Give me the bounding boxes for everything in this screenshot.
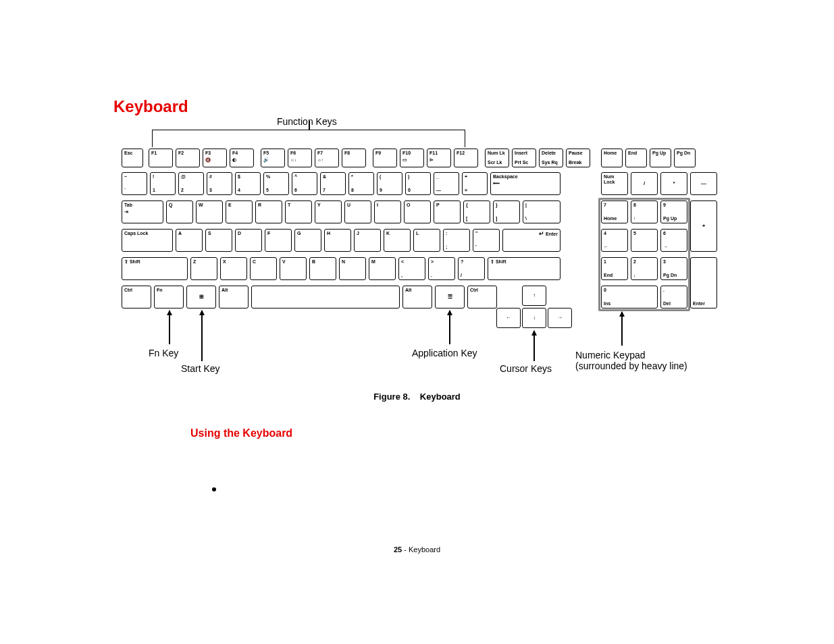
key-arrow-right: → bbox=[548, 308, 572, 328]
key-slash: ?/ bbox=[458, 257, 485, 280]
key-f10: F10▭ bbox=[400, 149, 424, 167]
key-4: $4 bbox=[235, 172, 261, 195]
key-lbracket: {[ bbox=[463, 200, 490, 223]
callout-numeric-keypad: Numeric Keypad (surrounded by heavy line… bbox=[575, 350, 687, 371]
key-t: T bbox=[285, 200, 312, 223]
key-esc: Esc bbox=[122, 149, 143, 167]
figure-caption: Figure 8. Keyboard bbox=[0, 392, 834, 402]
callout-arrow-numpad bbox=[621, 312, 623, 346]
key-y: Y bbox=[315, 200, 342, 223]
callout-arrow-fn bbox=[169, 311, 170, 344]
numpad-numlock: Num Lock bbox=[601, 172, 628, 195]
key-w: W bbox=[196, 200, 223, 223]
numpad-3: 3Pg Dn bbox=[660, 257, 687, 280]
key-quote: "' bbox=[473, 229, 500, 252]
key-z: Z bbox=[190, 257, 217, 280]
key-ctrl-left: Ctrl bbox=[122, 286, 151, 308]
key-g: G bbox=[294, 229, 321, 252]
key-home: Home bbox=[601, 149, 623, 167]
callout-arrow-app bbox=[449, 311, 450, 344]
numpad-1: 1End bbox=[601, 257, 628, 280]
label-function-keys: Function Keys bbox=[277, 116, 337, 127]
key-enter: ↵ Enter bbox=[502, 229, 561, 252]
key-3: #3 bbox=[207, 172, 232, 195]
key-o: O bbox=[404, 200, 431, 223]
key-end: End bbox=[625, 149, 647, 167]
key-equals: += bbox=[462, 172, 488, 195]
key-i: I bbox=[374, 200, 401, 223]
callout-fn-key: Fn Key bbox=[149, 348, 178, 358]
numpad-2: 2↓ bbox=[631, 257, 658, 280]
numpad-add: + bbox=[690, 200, 717, 252]
callout-application-key: Application Key bbox=[412, 348, 477, 358]
key-m: M bbox=[369, 257, 396, 280]
key-r: R bbox=[255, 200, 282, 223]
key-f7: F7☼↑ bbox=[315, 149, 339, 167]
key-pgdn: Pg Dn bbox=[674, 149, 696, 167]
key-windows: ⊞ bbox=[186, 286, 216, 308]
key-9: (9 bbox=[377, 172, 402, 195]
numpad-8: 8↑ bbox=[631, 200, 658, 223]
key-numlk-scrlk: Num LkScr Lk bbox=[485, 149, 509, 167]
key-f9: F9 bbox=[373, 149, 397, 167]
key-arrow-down: ↓ bbox=[522, 308, 546, 328]
key-f: F bbox=[265, 229, 292, 252]
key-p: P bbox=[434, 200, 461, 223]
numpad-6: 6→ bbox=[660, 229, 687, 252]
key-v: V bbox=[280, 257, 307, 280]
key-shift-left: ⇧ Shift bbox=[122, 257, 188, 280]
key-j: J bbox=[354, 229, 381, 252]
key-alt-right: Alt bbox=[402, 286, 432, 308]
key-f6: F6☼↓ bbox=[288, 149, 312, 167]
callout-cursor-keys: Cursor Keys bbox=[500, 363, 552, 374]
key-ctrl-right: Ctrl bbox=[467, 286, 497, 308]
key-0: )0 bbox=[405, 172, 431, 195]
key-f2: F2 bbox=[176, 149, 200, 167]
key-q: Q bbox=[166, 200, 193, 223]
numpad-4: 4← bbox=[601, 229, 628, 252]
menu-icon: ☰ bbox=[448, 294, 452, 300]
numpad-enter: Enter bbox=[690, 257, 717, 308]
key-insert-prtsc: InsertPrt Sc bbox=[512, 149, 536, 167]
windows-icon: ⊞ bbox=[199, 294, 204, 300]
page-title: Keyboard bbox=[113, 97, 188, 116]
page: Keyboard Function Keys Esc F1 F2 F3🔇 F4◐… bbox=[0, 0, 834, 644]
key-d: D bbox=[235, 229, 262, 252]
key-7: &7 bbox=[320, 172, 346, 195]
key-a: A bbox=[176, 229, 203, 252]
key-f3: F3🔇 bbox=[203, 149, 227, 167]
key-h: H bbox=[324, 229, 351, 252]
callout-arrow-start bbox=[201, 311, 203, 361]
key-grave: ~` bbox=[122, 172, 147, 195]
numpad-subtract: — bbox=[690, 172, 717, 195]
key-1: !1 bbox=[150, 172, 176, 195]
key-backslash: |\ bbox=[523, 200, 561, 223]
numpad-7: 7Home bbox=[601, 200, 628, 223]
key-e: E bbox=[226, 200, 253, 223]
key-s: S bbox=[205, 229, 232, 252]
key-k: K bbox=[384, 229, 411, 252]
page-footer: 25 - Keyboard bbox=[0, 545, 834, 554]
key-6: ^6 bbox=[292, 172, 317, 195]
keyboard-diagram: Esc F1 F2 F3🔇 F4◐ F5🔊 F6☼↓ F7☼↑ F8 F9 F1… bbox=[122, 149, 696, 328]
key-fn: Fn bbox=[154, 286, 184, 308]
key-x: X bbox=[220, 257, 247, 280]
key-2: @2 bbox=[178, 172, 204, 195]
key-application: ☰ bbox=[435, 286, 465, 308]
key-u: U bbox=[344, 200, 371, 223]
key-pause-break: PauseBreak bbox=[566, 149, 590, 167]
key-delete-sysrq: DeleteSys Rq bbox=[539, 149, 563, 167]
callout-start-key: Start Key bbox=[181, 363, 220, 374]
key-tab: Tab⇥ bbox=[122, 200, 163, 223]
key-comma: <, bbox=[398, 257, 425, 280]
key-pgup: Pg Up bbox=[650, 149, 671, 167]
numpad-0: 0Ins bbox=[601, 286, 658, 308]
key-shift-right: ⇧ Shift bbox=[488, 257, 561, 280]
key-f1: F1 bbox=[149, 149, 173, 167]
key-c: C bbox=[250, 257, 277, 280]
bullet-icon bbox=[212, 487, 216, 491]
callout-arrow-cursor bbox=[533, 331, 535, 361]
key-arrow-left: ← bbox=[496, 308, 521, 328]
key-f5: F5🔊 bbox=[261, 149, 285, 167]
function-keys-bracket bbox=[152, 130, 465, 147]
